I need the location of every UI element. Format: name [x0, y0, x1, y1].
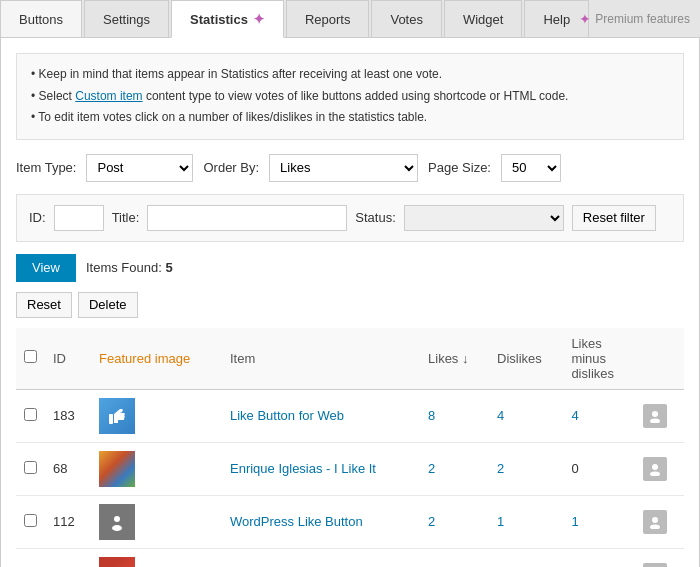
- tab-settings[interactable]: Settings: [84, 0, 169, 37]
- title-label: Title:: [112, 210, 140, 225]
- row-id: 112: [45, 495, 91, 548]
- info-line2: • Select Custom item content type to vie…: [31, 86, 669, 108]
- status-label: Status:: [355, 210, 395, 225]
- row-item-link[interactable]: Enrique Iglesias - I Like It: [230, 461, 376, 476]
- premium-star-icon: ✦: [579, 11, 591, 27]
- tab-reports[interactable]: Reports: [286, 0, 370, 37]
- premium-label: ✦ Premium features: [579, 11, 690, 27]
- row-user-icon[interactable]: [643, 457, 667, 481]
- tabs-container: Buttons Settings Statistics ✦ Reports Vo…: [0, 0, 700, 38]
- reset-button[interactable]: Reset: [16, 292, 72, 318]
- row-likes[interactable]: 8: [428, 408, 435, 423]
- custom-item-link[interactable]: Custom item: [75, 89, 142, 103]
- filter-row: Item Type: Post Page Custom item Order B…: [16, 154, 684, 182]
- row-lmd-link[interactable]: 1: [571, 514, 578, 529]
- col-id: ID: [45, 328, 91, 390]
- row-lmd-link[interactable]: 4: [571, 408, 578, 423]
- svg-point-4: [650, 471, 660, 476]
- row-featured-image: [91, 389, 222, 442]
- item-type-select[interactable]: Post Page Custom item: [86, 154, 193, 182]
- search-row: ID: Title: Status: Published Draft Pendi…: [16, 194, 684, 242]
- row-id: 58: [45, 548, 91, 567]
- row-featured-image: [91, 548, 222, 567]
- page-size-select[interactable]: 50 10 25 100: [501, 154, 561, 182]
- star-icon: ✦: [253, 11, 265, 27]
- row-likes[interactable]: 2: [428, 514, 435, 529]
- table-row: 183Like Button for Web844: [16, 389, 684, 442]
- tab-statistics[interactable]: Statistics ✦: [171, 0, 284, 38]
- svg-point-2: [650, 418, 660, 423]
- svg-rect-0: [109, 414, 113, 424]
- col-featured-image: Featured image: [91, 328, 222, 390]
- col-user: [635, 328, 684, 390]
- row-dislikes[interactable]: 2: [497, 461, 504, 476]
- page-size-label: Page Size:: [428, 160, 491, 175]
- tab-widget[interactable]: Widget: [444, 0, 522, 37]
- row-dislikes: 0: [489, 548, 563, 567]
- row-id: 183: [45, 389, 91, 442]
- row-user-icon[interactable]: [643, 404, 667, 428]
- id-label: ID:: [29, 210, 46, 225]
- row-checkbox[interactable]: [24, 514, 37, 527]
- items-found: Items Found: 5: [86, 260, 173, 275]
- svg-point-1: [652, 411, 658, 417]
- item-type-label: Item Type:: [16, 160, 76, 175]
- table-row: 112WordPress Like Button211: [16, 495, 684, 548]
- col-checkbox: [16, 328, 45, 390]
- select-all-checkbox[interactable]: [24, 350, 37, 363]
- row-likes[interactable]: 2: [428, 461, 435, 476]
- items-found-count: 5: [165, 260, 172, 275]
- table-header-row: ID Featured image Item Likes ↓ Dislikes …: [16, 328, 684, 390]
- title-input[interactable]: [147, 205, 347, 231]
- col-likes-minus-dislikes: Likesminusdislikes: [563, 328, 635, 390]
- data-table: ID Featured image Item Likes ↓ Dislikes …: [16, 328, 684, 567]
- info-box: • Keep in mind that items appear in Stat…: [16, 53, 684, 140]
- info-line1: • Keep in mind that items appear in Stat…: [31, 64, 669, 86]
- row-dislikes[interactable]: 1: [497, 514, 504, 529]
- info-line3: • To edit item votes click on a number o…: [31, 107, 669, 129]
- tab-statistics-label: Statistics: [190, 12, 248, 27]
- row-item-link[interactable]: Like Button for Web: [230, 408, 344, 423]
- svg-point-3: [652, 464, 658, 470]
- main-content: • Keep in mind that items appear in Stat…: [0, 38, 700, 567]
- row-checkbox[interactable]: [24, 461, 37, 474]
- row-user-icon[interactable]: [643, 510, 667, 534]
- row-likes-minus-dislikes: 0: [563, 442, 635, 495]
- col-dislikes: Dislikes: [489, 328, 563, 390]
- order-by-label: Order By:: [203, 160, 259, 175]
- row-featured-image: [91, 495, 222, 548]
- table-row: 68Enrique Iglesias - I Like It220: [16, 442, 684, 495]
- svg-point-5: [114, 516, 120, 522]
- tab-votes[interactable]: Votes: [371, 0, 442, 37]
- svg-point-6: [112, 525, 122, 531]
- row-featured-image: [91, 442, 222, 495]
- delete-button[interactable]: Delete: [78, 292, 138, 318]
- id-input[interactable]: [54, 205, 104, 231]
- col-item: Item: [222, 328, 420, 390]
- tab-buttons[interactable]: Buttons: [0, 0, 82, 37]
- col-likes: Likes ↓: [420, 328, 489, 390]
- premium-text: Premium features: [595, 12, 690, 26]
- row-checkbox[interactable]: [24, 408, 37, 421]
- status-select[interactable]: Published Draft Pending: [404, 205, 564, 231]
- order-by-select[interactable]: Likes Dislikes Likes minus dislikes: [269, 154, 418, 182]
- row-likes-minus-dislikes: 2: [563, 548, 635, 567]
- row-user-icon[interactable]: [643, 563, 667, 567]
- table-row: 58Just Like That202: [16, 548, 684, 567]
- view-button[interactable]: View: [16, 254, 76, 282]
- row-id: 68: [45, 442, 91, 495]
- row-likes-minus-dislikes: 1: [563, 495, 635, 548]
- svg-point-7: [652, 517, 658, 523]
- row-dislikes[interactable]: 4: [497, 408, 504, 423]
- action-row: Reset Delete: [16, 292, 684, 318]
- view-row: View Items Found: 5: [16, 254, 684, 282]
- row-item-link[interactable]: WordPress Like Button: [230, 514, 363, 529]
- svg-point-8: [650, 524, 660, 529]
- reset-filter-button[interactable]: Reset filter: [572, 205, 656, 231]
- row-likes-minus-dislikes: 4: [563, 389, 635, 442]
